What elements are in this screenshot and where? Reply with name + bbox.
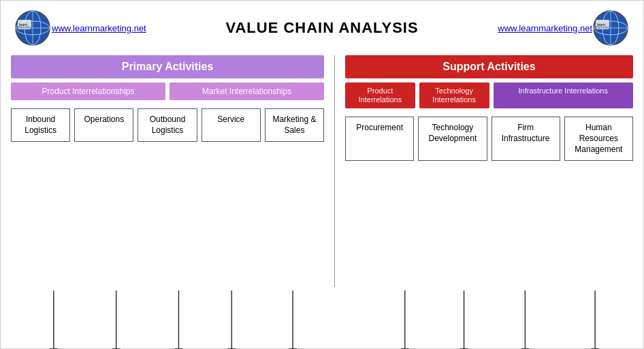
market-interrelationships-header: Market Interrelationships — [170, 82, 324, 100]
firm-infrastructure-box: Firm Infrastructure — [492, 117, 560, 161]
main-content: Primary Activities Product Interrelation… — [1, 55, 643, 287]
logo-right: learn Marketing — [592, 10, 630, 47]
page-title: VALUE CHAIN ANALYSIS — [146, 19, 498, 37]
inbound-logistics-box: Inbound Logistics — [11, 108, 70, 142]
primary-activities-section: Primary Activities Product Interrelation… — [11, 55, 324, 287]
arrows-svg — [11, 287, 633, 349]
infrastructure-interrelations-header: Infrastructure Interrelations — [494, 82, 634, 108]
operations-box: Operations — [74, 108, 133, 142]
marketing-sales-box: Marketing & Sales — [265, 108, 324, 142]
globe-icon-left: learn Marketing — [14, 10, 52, 47]
support-activities-section: Support Activities Product Interrelation… — [345, 55, 633, 287]
primary-boxes: Inbound Logistics Operations Outbound Lo… — [11, 108, 324, 142]
primary-activities-header: Primary Activities — [11, 55, 324, 78]
technology-development-box: Technology Development — [418, 117, 487, 161]
arrows-area — [11, 287, 633, 349]
outbound-logistics-box: Outbound Logistics — [138, 108, 197, 142]
globe-icon-right: learn Marketing — [592, 10, 630, 47]
header: learn Marketing www.learnmarketing.net V… — [1, 1, 643, 55]
support-boxes: Procurement Technology Development Firm … — [345, 117, 633, 161]
procurement-box: Procurement — [345, 117, 414, 161]
support-sub-headers: Product Interrelations Technology Interr… — [345, 82, 633, 108]
service-box: Service — [202, 108, 261, 142]
link-right[interactable]: www.learnmarketing.net — [498, 23, 592, 33]
technology-interrelations-header: Technology Interrelations — [419, 82, 489, 108]
support-activities-header: Support Activities — [345, 55, 633, 78]
primary-sub-headers: Product Interrelationships Market Interr… — [11, 82, 324, 100]
product-interrelations-header: Product Interrelations — [345, 82, 415, 108]
logo-left: learn Marketing — [14, 10, 52, 47]
svg-text:Marketing: Marketing — [596, 26, 609, 29]
page-wrapper: learn Marketing www.learnmarketing.net V… — [0, 0, 644, 349]
product-interrelationships-header: Product Interrelationships — [11, 82, 165, 100]
svg-text:Marketing: Marketing — [18, 26, 31, 29]
human-resources-management-box: Human Resources Management — [564, 117, 633, 161]
center-divider — [334, 55, 335, 287]
link-left[interactable]: www.learnmarketing.net — [52, 23, 146, 33]
